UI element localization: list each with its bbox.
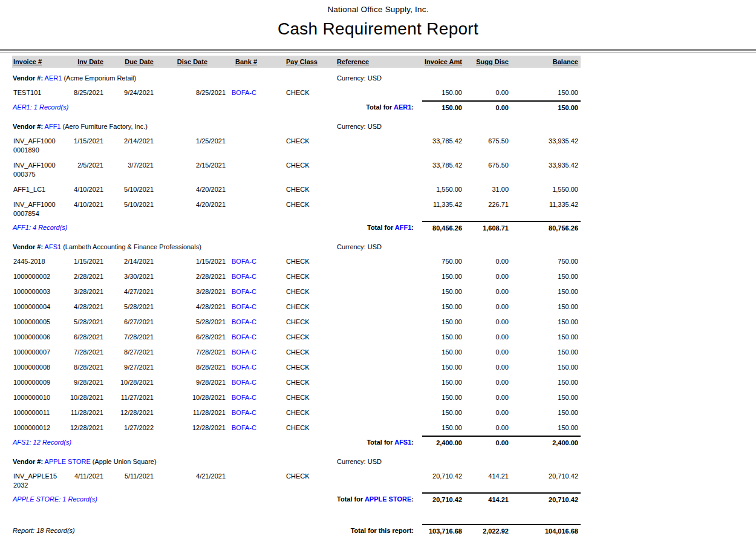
cell-balance: 150.00 bbox=[511, 420, 581, 436]
currency-label: Currency: USD bbox=[337, 68, 581, 85]
cell-pay_class: CHECK bbox=[282, 390, 337, 405]
cell-due_date: 6/27/2021 bbox=[106, 315, 156, 330]
group-total-label: Total for AER1: bbox=[228, 101, 422, 116]
report-total-sugg_disc: 2,022.92 bbox=[464, 524, 511, 540]
cell-pay_class: CHECK bbox=[282, 420, 337, 436]
column-header-inv-date: Inv Date bbox=[70, 56, 106, 68]
cell-reference bbox=[337, 269, 422, 284]
cell-bank-link[interactable]: BOFA-C bbox=[228, 420, 282, 436]
cell-bank bbox=[228, 158, 282, 182]
cell-bank-link[interactable]: BOFA-C bbox=[228, 360, 282, 375]
invoice-row: TEST1018/25/20219/24/20218/25/2021BOFA-C… bbox=[12, 85, 581, 101]
cell-balance: 150.00 bbox=[511, 405, 581, 420]
cell-inv_date: 8/25/2021 bbox=[70, 85, 106, 101]
cell-pay_class: CHECK bbox=[282, 269, 337, 284]
cell-balance: 11,335.42 bbox=[511, 197, 581, 221]
cell-invoice_amt: 150.00 bbox=[422, 405, 464, 420]
vendor-header-row: Vendor #: APPLE STORE (Apple Union Squar… bbox=[12, 451, 581, 469]
cell-invoice_amt: 150.00 bbox=[422, 420, 464, 436]
vendor-name: (Apple Union Square) bbox=[93, 458, 157, 465]
cell-bank-link[interactable]: BOFA-C bbox=[228, 390, 282, 405]
column-header-bank: Bank # bbox=[228, 56, 282, 68]
currency-label: Currency: USD bbox=[337, 116, 581, 134]
cell-invoice: 1000000006 bbox=[12, 330, 70, 345]
column-header-sugg-disc: Sugg Disc bbox=[464, 56, 511, 68]
cell-inv_date: 1/15/2021 bbox=[70, 254, 106, 269]
cell-disc_date: 10/28/2021 bbox=[156, 390, 228, 405]
cell-due_date: 11/27/2021 bbox=[106, 390, 156, 405]
group-total-code-link[interactable]: APPLE STORE bbox=[365, 495, 411, 503]
vendor-label: Vendor #: AFF1 (Aero Furniture Factory, … bbox=[12, 116, 337, 134]
cell-sugg_disc: 0.00 bbox=[464, 254, 511, 269]
cell-pay_class: CHECK bbox=[282, 345, 337, 360]
cell-invoice: TEST101 bbox=[12, 85, 70, 101]
cell-bank-link[interactable]: BOFA-C bbox=[228, 330, 282, 345]
group-total-sugg_disc: 0.00 bbox=[464, 436, 511, 451]
cell-pay_class: CHECK bbox=[282, 299, 337, 315]
cell-bank bbox=[228, 134, 282, 158]
cell-invoice: 1000000009 bbox=[12, 375, 70, 390]
cell-inv_date: 4/10/2021 bbox=[70, 197, 106, 221]
group-records-link[interactable]: AFS1: 12 Record(s) bbox=[12, 436, 228, 451]
cell-sugg_disc: 0.00 bbox=[464, 375, 511, 390]
group-total-row: APPLE STORE: 1 Record(s)Total for APPLE … bbox=[12, 493, 581, 508]
cell-balance: 150.00 bbox=[511, 390, 581, 405]
vendor-code-link[interactable]: AER1 bbox=[45, 74, 62, 82]
group-total-code-link[interactable]: AFS1 bbox=[394, 439, 411, 446]
report-total-invoice_amt: 103,716.68 bbox=[422, 524, 464, 540]
group-total-label: Total for APPLE STORE: bbox=[228, 493, 422, 508]
cell-disc_date: 1/15/2021 bbox=[156, 254, 228, 269]
cell-reference bbox=[337, 85, 422, 101]
cell-invoice: 1000000011 bbox=[12, 405, 70, 420]
cell-due_date: 12/28/2021 bbox=[106, 405, 156, 420]
vendor-code-link[interactable]: APPLE STORE bbox=[45, 458, 91, 465]
table-header-row: Invoice # Inv Date Due Date Disc Date Ba… bbox=[12, 56, 581, 68]
cell-disc_date: 3/28/2021 bbox=[156, 284, 228, 299]
cell-inv_date: 2/5/2021 bbox=[70, 158, 106, 182]
cell-bank-link[interactable]: BOFA-C bbox=[228, 375, 282, 390]
total-for-text: Total for bbox=[367, 224, 395, 231]
total-for-text: Total for bbox=[366, 103, 394, 111]
cell-invoice_amt: 150.00 bbox=[422, 284, 464, 299]
cell-bank-link[interactable]: BOFA-C bbox=[228, 315, 282, 330]
cell-bank bbox=[228, 469, 282, 493]
cell-pay_class: CHECK bbox=[282, 315, 337, 330]
invoice-row: INV_AFF1000 00078544/10/20215/10/20214/2… bbox=[12, 197, 581, 221]
cell-sugg_disc: 675.50 bbox=[464, 134, 511, 158]
group-total-code-link[interactable]: AER1 bbox=[394, 103, 411, 111]
cell-balance: 750.00 bbox=[511, 254, 581, 269]
cell-due_date: 5/28/2021 bbox=[106, 299, 156, 315]
vendor-code-link[interactable]: AFS1 bbox=[45, 243, 62, 250]
cell-balance: 150.00 bbox=[511, 345, 581, 360]
cell-bank-link[interactable]: BOFA-C bbox=[228, 284, 282, 299]
cell-sugg_disc: 0.00 bbox=[464, 85, 511, 101]
cell-balance: 33,935.42 bbox=[511, 134, 581, 158]
group-records-link[interactable]: APPLE STORE: 1 Record(s) bbox=[12, 493, 228, 508]
cell-inv_date: 3/28/2021 bbox=[70, 284, 106, 299]
group-records-link[interactable]: AFF1: 4 Record(s) bbox=[12, 221, 228, 237]
cell-bank-link[interactable]: BOFA-C bbox=[228, 405, 282, 420]
cell-due_date: 3/7/2021 bbox=[106, 158, 156, 182]
cell-invoice: 1000000007 bbox=[12, 345, 70, 360]
cell-disc_date: 4/20/2021 bbox=[156, 182, 228, 197]
vendor-code-link[interactable]: AFF1 bbox=[45, 123, 61, 130]
cell-bank-link[interactable]: BOFA-C bbox=[228, 85, 282, 101]
group-records-link[interactable]: AER1: 1 Record(s) bbox=[12, 101, 228, 116]
cell-disc_date: 11/28/2021 bbox=[156, 405, 228, 420]
cell-sugg_disc: 414.21 bbox=[464, 469, 511, 493]
group-total-code-link[interactable]: AFF1 bbox=[395, 224, 412, 231]
cell-due_date: 2/14/2021 bbox=[106, 134, 156, 158]
cell-bank-link[interactable]: BOFA-C bbox=[228, 345, 282, 360]
group-total-sugg_disc: 0.00 bbox=[464, 101, 511, 116]
cell-bank-link[interactable]: BOFA-C bbox=[228, 269, 282, 284]
cell-reference bbox=[337, 375, 422, 390]
cell-bank-link[interactable]: BOFA-C bbox=[228, 254, 282, 269]
column-header-invoice-amt: Invoice Amt bbox=[422, 56, 464, 68]
total-colon: : bbox=[411, 224, 414, 231]
cell-balance: 150.00 bbox=[511, 330, 581, 345]
cell-bank-link[interactable]: BOFA-C bbox=[228, 299, 282, 315]
cell-disc_date: 2/28/2021 bbox=[156, 269, 228, 284]
cell-reference bbox=[337, 254, 422, 269]
vendor-label: Vendor #: APPLE STORE (Apple Union Squar… bbox=[12, 451, 337, 469]
invoice-row: 2445-20181/15/20212/14/20211/15/2021BOFA… bbox=[12, 254, 581, 269]
